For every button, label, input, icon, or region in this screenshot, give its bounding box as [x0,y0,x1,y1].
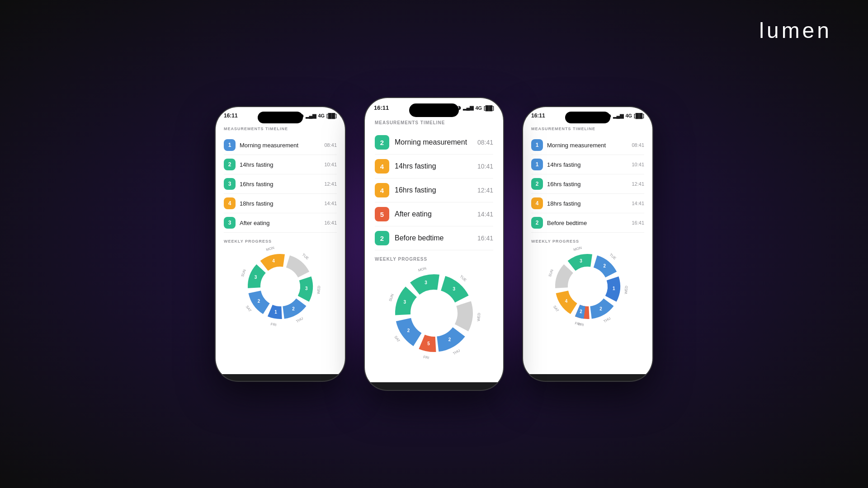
measurement-name: 18hrs fasting [240,200,324,207]
section-title: MEASUREMENTS TIMELINE [224,127,337,131]
measurement-name: Morning measurement [547,142,632,149]
measurement-name: 16hrs fasting [547,181,632,188]
vol-up-button [364,143,365,164]
measurement-badge: 1 [531,159,543,170]
svg-text:TUE: TUE [302,253,310,260]
silent-button [364,130,365,143]
svg-text:4: 4 [272,258,275,263]
screen-content: MEASUREMENTS TIMELINE 1 Morning measurem… [216,121,345,374]
weekly-progress-chart: 2SAT3SUN4MONTUE3WED2THU1FRI [224,248,337,325]
power-button [345,161,346,188]
network-type: 4G [625,113,632,118]
power-button [503,152,504,179]
svg-text:2: 2 [407,328,410,333]
svg-text:2: 2 [580,309,582,314]
measurement-item[interactable]: 4 18hrs fasting 14:41 [224,194,337,213]
measurement-item[interactable]: 3 16hrs fasting 12:41 [224,174,337,194]
dynamic-island [409,103,459,117]
measurement-name: Before bedtime [395,234,477,242]
measurement-name: After eating [395,210,477,218]
status-time: 16:11 [531,113,545,119]
svg-text:WED: WED [476,313,481,322]
svg-text:SAT: SAT [552,305,560,313]
weekly-progress-chart: 2SAT3SUN3MON3TUEWED2THU5FRI [375,268,493,358]
vol-up-button [522,152,523,173]
measurement-item[interactable]: 2 Before bedtime 16:41 [375,226,493,250]
status-time: 16:11 [374,104,389,111]
measurement-name: After eating [240,220,324,226]
vol-up-button [215,152,216,173]
measurement-item[interactable]: 1 Morning measurement 08:41 [531,136,644,155]
svg-text:WED: WED [624,286,629,295]
measurement-name: 16hrs fasting [240,181,324,188]
svg-text:FRI: FRI [574,321,581,327]
screen-content: MEASUREMENTS TIMELINE 1 Morning measurem… [523,121,652,374]
weekly-progress-title: WEEKLY PROGRESS [224,239,337,244]
screen-content: MEASUREMENTS TIMELINE 2 Morning measurem… [365,114,503,382]
measurement-time: 16:41 [632,220,644,225]
measurement-time: 16:41 [324,220,337,225]
measurement-name: Before bedtime [547,220,632,226]
measurement-item[interactable]: 4 18hrs fasting 14:41 [531,194,644,213]
measurement-name: Morning measurement [240,142,324,149]
section-title: MEASUREMENTS TIMELINE [531,127,644,131]
measurement-badge: 5 [375,207,389,221]
svg-text:THU: THU [295,316,304,324]
measurement-item[interactable]: 3 After eating 16:41 [224,213,337,233]
signal-bars: ▂▄▆ [613,113,624,119]
weekly-progress-title: WEEKLY PROGRESS [531,239,644,244]
measurement-name: 14hrs fasting [395,162,477,170]
svg-point-0 [262,268,298,305]
measurement-item[interactable]: 2 16hrs fasting 12:41 [531,174,644,194]
measurement-name: 14hrs fasting [547,161,632,168]
measurement-time: 08:41 [477,139,493,146]
measurement-item[interactable]: 4 14hrs fasting 10:41 [375,155,493,178]
svg-text:MON: MON [265,246,275,252]
svg-text:3: 3 [453,286,456,291]
measurement-item[interactable]: 5 After eating 14:41 [375,202,493,226]
svg-text:4: 4 [565,299,568,304]
svg-text:1: 1 [613,286,615,291]
measurement-list: 1 Morning measurement 08:41 2 14hrs fast… [224,136,337,233]
measurement-item[interactable]: 2 Morning measurement 08:41 [375,131,493,155]
power-button-2 [345,197,346,225]
vol-down-button [364,168,365,188]
measurement-time: 10:41 [324,162,337,167]
measurement-name: 14hrs fasting [240,161,324,168]
network-type: 4G [318,113,325,118]
svg-text:1: 1 [274,310,277,314]
svg-text:SUN: SUN [241,269,247,277]
phone-left: 16:11 ◑ ▂▄▆ 4G [██] MEASUREMENTS TIMELIN… [215,106,346,382]
network-type: 4G [475,105,482,111]
svg-text:2: 2 [599,306,602,311]
measurement-item[interactable]: 4 16hrs fasting 12:41 [375,178,493,202]
measurement-time: 14:41 [477,211,493,218]
measurement-badge: 2 [531,178,543,190]
measurement-time: 12:41 [632,181,644,187]
svg-point-28 [570,268,606,305]
weekly-progress-title: WEEKLY PROGRESS [375,257,493,262]
svg-text:FRI: FRI [423,355,429,360]
measurement-badge: 3 [224,178,236,190]
measurement-time: 16:41 [477,235,493,242]
signal-bars: ▂▄▆ [463,105,474,111]
dynamic-island [565,112,610,123]
silent-button [522,139,523,152]
battery-indicator: [██] [484,105,494,111]
measurement-item[interactable]: 2 Before bedtime 16:41 [531,213,644,233]
lumen-logo: lumen [759,18,832,43]
svg-text:2: 2 [604,263,606,268]
svg-text:2: 2 [448,337,451,342]
svg-text:MON: MON [418,266,427,272]
svg-text:3: 3 [255,275,257,280]
measurement-item[interactable]: 2 14hrs fasting 10:41 [224,155,337,174]
svg-text:THU: THU [603,316,611,324]
power-button-2 [503,188,504,216]
measurement-item[interactable]: 1 Morning measurement 08:41 [224,136,337,155]
measurement-item[interactable]: 1 14hrs fasting 10:41 [531,155,644,174]
measurement-time: 08:41 [324,142,337,148]
vol-down-button [522,177,523,197]
svg-text:3: 3 [305,286,308,291]
measurement-time: 08:41 [632,142,644,148]
measurement-time: 10:41 [477,163,493,170]
